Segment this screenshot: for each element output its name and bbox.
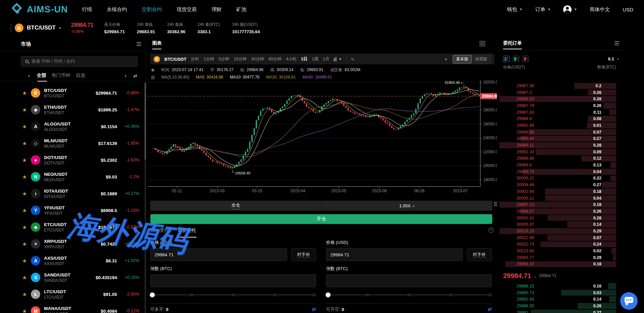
tab-market-order[interactable]: 市价委托 [178,227,196,238]
ask-row[interactable]: 30002.410.28 [497,215,623,221]
layout-grid-icon[interactable] [480,41,485,46]
book-view-both-icon[interactable] [503,56,509,62]
ask-row[interactable]: 29987.30.26 [497,89,623,96]
open-position-button[interactable]: 开仓 [150,214,492,224]
coin-list-item[interactable]: ★SSAND/USDTSAND/USDT$0.435194+0.15% [0,269,144,286]
ask-row[interactable]: 29989.730.04 [497,168,623,175]
nav-item-理财[interactable]: 理财 [212,6,222,13]
ask-row[interactable]: 29989.60.13 [497,162,623,168]
ask-row[interactable]: 29998.570.26 [497,208,623,215]
bid-row[interactable]: 29988.350.26 [497,303,623,309]
bid-row[interactable]: 29992.430.14 [497,296,623,303]
timeframe-1分钟[interactable]: 1分钟 [204,56,214,62]
wallet-menu[interactable]: 钱包▼ [507,6,523,13]
coin-list-item[interactable]: ★ιIOTA/USDTIOTA/USDT$0.1889+0.27% [0,185,144,202]
ask-row[interactable]: 29988.880.07 [497,129,623,136]
ask-row[interactable]: 29987.830.11 [497,109,623,116]
help-icon[interactable]: ? [488,227,494,233]
favorite-star-icon[interactable]: ★ [22,241,27,247]
bid-row[interactable]: 299920.27 [497,309,623,313]
price-input-long[interactable] [150,248,287,261]
favorite-star-icon[interactable]: ★ [22,274,27,281]
sidebar-tab-自选[interactable]: 自选 [76,72,85,82]
ask-row[interactable]: 30019.230.29 [497,228,623,234]
book-view-bids-icon[interactable] [513,56,519,62]
tab-limit-order[interactable]: 限价委托 [151,227,169,238]
transfer-icon[interactable]: ⇄ [487,306,492,312]
ask-row[interactable]: 30023.680.02 [497,248,623,254]
favorite-star-icon[interactable]: ★ [22,291,27,298]
coin-list-item[interactable]: ★×XRP/USDTXRP/USDT$0.7429+0.19% [0,236,144,252]
price-input-short[interactable] [326,248,463,261]
chevron-left-icon[interactable]: ‹ [28,72,30,79]
chat-support-button[interactable] [620,292,638,310]
refresh-icon[interactable]: ⇄ [133,73,137,79]
coin-list-item[interactable]: ★◆ETC/USDTETC/USDT$18.7674-0.57% [0,219,144,236]
candlestick-chart[interactable]: 32000.0028000.0026000.0024000.0022000.00… [148,81,497,195]
coin-list-item[interactable]: ★YYFI/USDTYFI/USDT$6908.5-1.15% [0,202,144,219]
timeframe-30分钟[interactable]: 30分钟 [251,56,264,62]
ask-row[interactable]: 29989.60.08 [497,115,623,122]
search-box[interactable]: 搜索 币种 / 币对 / 合约 [21,56,138,67]
coin-list-item[interactable]: ★AALGO/USDTALGO/USDT$0.1154+0.35% [0,118,144,135]
quantity-input-short[interactable] [326,274,492,287]
timeframe-1月[interactable]: 1月 [323,56,329,62]
nav-item-交割合约[interactable]: 交割合约 [142,6,162,13]
brand-logo[interactable]: AIMS-UN [11,4,68,15]
timeframe-1周[interactable]: 1周 [312,56,318,62]
chevron-down-icon[interactable]: ▼ [58,26,62,30]
counter-price-button-long[interactable]: 对手价 [291,248,316,261]
book-view-asks-icon[interactable] [523,56,529,62]
ask-row[interactable]: 30005.970.14 [497,221,623,228]
transfer-icon[interactable]: ⇄ [312,306,316,312]
timeframe-5分钟[interactable]: 5分钟 [219,56,229,62]
margin-mode-selector[interactable]: 全仓 [150,201,321,211]
account-menu[interactable]: ▼ [563,5,577,14]
favorite-star-icon[interactable]: ★ [22,90,27,96]
ask-row[interactable]: 30022.730.24 [497,241,623,248]
chevron-down-icon[interactable]: ∨ [444,57,447,61]
quantity-slider-short[interactable] [326,293,492,297]
language-selector[interactable]: 简体中文 [590,6,610,13]
nav-item-行情[interactable]: 行情 [82,6,92,13]
ask-row[interactable]: 29990.440.27 [497,136,623,142]
nav-item-矿池[interactable]: 矿池 [236,6,247,13]
ask-row[interactable]: 29992.330.09 [497,149,623,155]
coin-list-item[interactable]: ★◆ETH/USDTETH/USDT$1899.25-1.47% [0,101,144,118]
favorite-star-icon[interactable]: ★ [22,308,27,313]
line-chart-icon[interactable]: ∿ [351,56,355,62]
tab-chart[interactable]: 图表 [152,40,162,49]
ask-row[interactable]: 29994.320.18 [497,261,623,268]
coin-list-item[interactable]: ★●DOT/USDTDOT/USDT$5.2302-1.53% [0,152,144,168]
ask-row[interactable]: 30002.840.18 [497,188,623,195]
sidebar-scrollbar-thumb[interactable] [145,83,146,160]
basic-version-button[interactable]: 基本版 [453,55,472,63]
timeframe-1日[interactable]: 1日 [301,56,307,62]
sidebar-menu-icon[interactable] [137,42,141,46]
ask-row[interactable]: 29987.790.26 [497,102,623,109]
ask-row[interactable]: 29992.490.01 [497,122,623,129]
favorite-star-icon[interactable]: ★ [22,258,27,264]
coin-list-item[interactable]: ★AAXS/USDTAXS/USDT$6.31+1.02% [0,252,144,269]
timeframe-分时[interactable]: 分时 [191,56,199,62]
ask-row[interactable]: 29997.230.18 [497,201,623,208]
chevron-down-icon[interactable]: ▼ [339,57,342,61]
favorite-star-icon[interactable]: ★ [22,224,27,230]
quantity-slider-long[interactable] [150,293,316,297]
leverage-selector[interactable]: 1.00X▸ [321,201,493,211]
sidebar-tab-热门币种[interactable]: 热门币种 [52,72,70,82]
timeframe-4小时[interactable]: 4小时 [286,56,297,62]
favorite-star-icon[interactable]: ★ [22,123,27,130]
nav-item-永续合约[interactable]: 永续合约 [107,6,127,13]
favorite-star-icon[interactable]: ★ [22,174,27,180]
precision-selector[interactable]: 0.1 ∨ [608,56,619,61]
ask-row[interactable]: 30005.220.22 [497,175,623,182]
eye-icon[interactable]: ◉ [151,67,154,72]
coin-list-item[interactable]: ★NNEO/USDTNEO/USDT$9.03-1.2% [0,168,144,185]
quantity-input-long[interactable] [150,274,316,287]
bid-row[interactable]: 29990.730.03 [497,290,623,296]
counter-price-button-short[interactable]: 对手价 [467,248,492,261]
order-book-menu-icon[interactable] [614,41,619,45]
timeframe-60分钟[interactable]: 60分钟 [268,56,281,62]
favorite-star-icon[interactable]: ★ [22,140,27,147]
